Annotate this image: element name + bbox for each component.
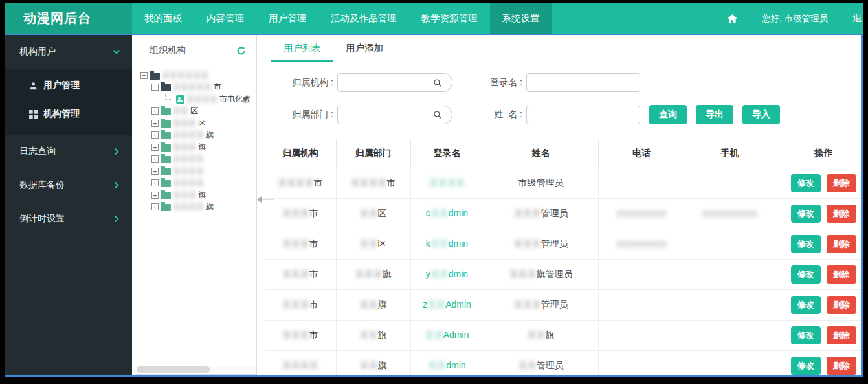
tree-title: 组织机构 [150, 45, 186, 56]
cell-blurred: 某某 [360, 330, 378, 340]
dept-input[interactable] [337, 106, 423, 124]
tree-node[interactable]: +某某某区 [140, 117, 256, 130]
edit-button[interactable]: 修改 [791, 174, 821, 192]
nav-menu: 我的面板内容管理用户管理活动及作品管理教学资源管理系统设置 [132, 3, 552, 34]
cell-org: 某某某市 [265, 321, 336, 351]
sidebar-item-日志查询[interactable]: 日志查询 [5, 135, 132, 168]
nav-item-内容管理[interactable]: 内容管理 [194, 3, 256, 34]
edit-button[interactable]: 修改 [791, 357, 821, 375]
tree-horizontal-scrollbar[interactable] [137, 366, 255, 373]
expand-icon[interactable]: + [151, 131, 159, 139]
name-input[interactable] [526, 106, 640, 124]
collapse-icon[interactable]: − [151, 84, 159, 91]
expand-icon[interactable]: + [151, 179, 159, 186]
nav-item-活动及作品管理[interactable]: 活动及作品管理 [318, 3, 409, 34]
cell-blurred: 某某 [430, 269, 449, 279]
department-icon [176, 95, 184, 104]
cell-blurred: 某某某 [282, 208, 309, 218]
delete-button[interactable]: 删除 [827, 326, 856, 344]
expand-icon[interactable]: + [151, 203, 159, 210]
home-icon[interactable] [728, 14, 737, 23]
cell-name: 市级管理员 [484, 168, 598, 199]
cell-phone [598, 321, 685, 351]
org-input[interactable] [337, 73, 423, 92]
login-input[interactable] [526, 73, 640, 92]
scrollbar-thumb[interactable] [137, 366, 210, 373]
table-row: 某某某市某某旗某某Admin某某旗修改删除 [265, 321, 861, 351]
cell-phone [598, 351, 685, 376]
nav-item-用户管理[interactable]: 用户管理 [256, 3, 318, 34]
expand-icon[interactable]: + [151, 168, 159, 175]
delete-button[interactable]: 删除 [827, 205, 856, 223]
tree-node-label-blurred: 某某某某某某 [162, 70, 208, 81]
tree-node[interactable]: +某某某某 [140, 177, 256, 190]
delete-button[interactable]: 删除 [827, 265, 856, 284]
expand-icon[interactable]: + [151, 192, 159, 199]
expand-icon[interactable]: + [151, 155, 159, 163]
cell-login: 某某dmin [410, 351, 484, 376]
column-header-电话: 电话 [598, 139, 685, 168]
delete-button[interactable]: 删除 [827, 235, 856, 253]
org-search-button[interactable] [423, 73, 452, 92]
button-导出[interactable]: 导出 [696, 105, 733, 124]
tree-node[interactable]: +某某某旗 [140, 141, 256, 153]
cell-blurred: 某某 [360, 299, 378, 310]
table-row: 某某某某某某旗某某dmin某某管理员修改删除 [265, 351, 861, 376]
sidebar: 机构用户用户管理机构管理日志查询数据库备份倒计时设置 [5, 35, 132, 375]
cell-text: 市 [309, 208, 318, 218]
dept-search-button[interactable] [423, 106, 452, 124]
expand-icon[interactable]: + [151, 107, 159, 115]
edit-button[interactable]: 修改 [791, 205, 821, 223]
cell-text: c [426, 208, 430, 218]
cell-blurred: 某某 [430, 238, 449, 249]
collapse-tree-icon[interactable] [257, 194, 262, 203]
logout-link[interactable]: 退出 [852, 13, 862, 25]
tree-node-label-blurred: 某某某 [173, 118, 196, 129]
delete-button[interactable]: 删除 [827, 296, 856, 314]
sidebar-item-倒计时设置[interactable]: 倒计时设置 [5, 202, 132, 236]
nav-item-我的面板[interactable]: 我的面板 [132, 3, 194, 34]
sidebar-subitem-机构管理[interactable]: 机构管理 [5, 100, 132, 128]
tree-node[interactable]: −某某某某某市 [140, 82, 256, 94]
tree-node[interactable]: +某某某某 [140, 165, 256, 177]
button-查询[interactable]: 查询 [649, 105, 687, 124]
button-导入[interactable]: 导入 [742, 105, 780, 124]
edit-button[interactable]: 修改 [791, 296, 821, 314]
delete-button[interactable]: 删除 [827, 174, 856, 192]
expand-icon[interactable]: + [151, 120, 159, 127]
cell-text: 区 [378, 208, 387, 218]
tree-node[interactable]: +某某区 [140, 106, 256, 118]
sidebar-subitem-label: 机构管理 [43, 108, 80, 120]
sidebar-item-label: 机构用户 [19, 46, 56, 58]
nav-item-系统设置[interactable]: 系统设置 [490, 3, 552, 34]
expand-icon[interactable]: + [151, 144, 159, 151]
cell-dept: 某某旗 [336, 290, 410, 321]
tab-user-add[interactable]: 用户添加 [333, 35, 395, 62]
cell-actions: 修改删除 [775, 290, 861, 321]
cell-login: k某某dmin [410, 229, 484, 260]
cell-mobile [685, 168, 775, 199]
cell-org: 某某某某市 [265, 168, 336, 199]
sidebar-item-数据库备份[interactable]: 数据库备份 [5, 168, 132, 202]
tree-node[interactable]: +某某某某旗 [140, 130, 256, 142]
edit-button[interactable]: 修改 [791, 326, 821, 344]
tree-node[interactable]: +某某某某 [140, 153, 256, 166]
edit-button[interactable]: 修改 [791, 265, 821, 284]
delete-button[interactable]: 删除 [827, 357, 856, 375]
name-label: 姓 名 : [471, 109, 522, 120]
nav-item-教学资源管理[interactable]: 教学资源管理 [409, 3, 490, 34]
sidebar-item-机构用户[interactable]: 机构用户 [5, 35, 132, 69]
tree-node[interactable]: +某某某旗 [140, 189, 256, 201]
tab-user-list[interactable]: 用户列表 [271, 35, 333, 62]
cell-text: 旗 [378, 299, 387, 310]
collapse-icon[interactable]: − [140, 72, 148, 79]
tree-node[interactable]: 某某某某市电化教 [140, 93, 256, 106]
sidebar-subitem-用户管理[interactable]: 用户管理 [5, 71, 132, 100]
cell-text: dmin [446, 360, 465, 370]
tree-node[interactable]: −某某某某某某 [140, 69, 256, 82]
navbar-right: 您好, 市级管理员 退出 [728, 3, 863, 34]
refresh-icon[interactable] [236, 46, 246, 56]
folder-icon [161, 156, 171, 163]
edit-button[interactable]: 修改 [791, 235, 821, 253]
tree-node[interactable]: +某某某某旗 [140, 201, 256, 214]
